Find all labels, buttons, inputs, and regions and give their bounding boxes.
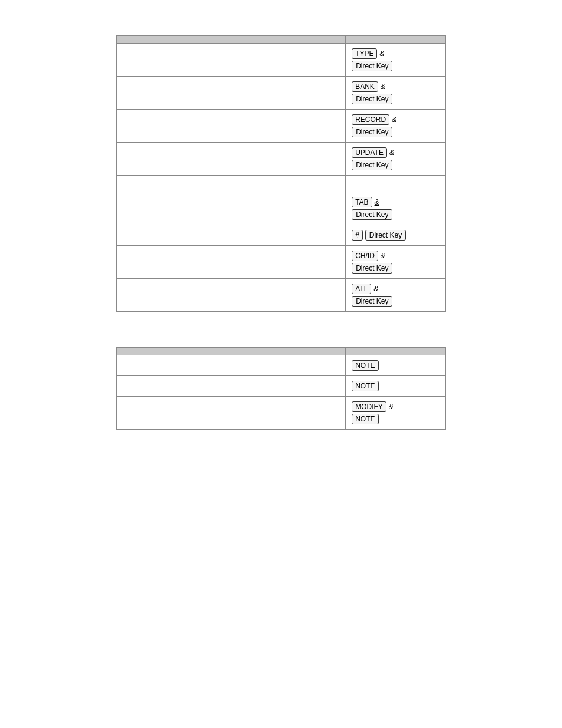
page-content: TYPE & Direct Key: [12, 12, 550, 489]
table2-row2-keys: NOTE: [346, 376, 446, 397]
table-row: MODIFY & NOTE: [117, 397, 446, 430]
key-row: NOTE: [352, 360, 439, 371]
table1-row2-desc: [117, 77, 346, 110]
direct-key-btn[interactable]: Direct Key: [352, 296, 392, 307]
note-key[interactable]: NOTE: [352, 360, 378, 371]
table1-row8-desc: [117, 246, 346, 279]
table1-row7-keys: # Direct Key: [346, 225, 446, 246]
table2-col2-header: [346, 348, 446, 355]
empty-cell: [346, 176, 446, 192]
table-row: # Direct Key: [117, 225, 446, 246]
table-row: TYPE & Direct Key: [117, 44, 446, 77]
table1-row1-keys: TYPE & Direct Key: [346, 44, 446, 77]
table2-row1-keys: NOTE: [346, 355, 446, 376]
key-row: RECORD &: [352, 114, 439, 125]
table-row: CH/ID & Direct Key: [117, 246, 446, 279]
key-row: Direct Key: [352, 209, 439, 220]
table1-row8-keys: CH/ID & Direct Key: [346, 246, 446, 279]
note-key[interactable]: NOTE: [352, 381, 378, 391]
ampersand-symbol: &: [381, 83, 385, 91]
table1-col2-header: [346, 36, 446, 44]
direct-key-btn[interactable]: Direct Key: [352, 127, 392, 137]
hash-key[interactable]: #: [352, 230, 363, 241]
key-group: UPDATE & Direct Key: [352, 147, 439, 170]
bank-key[interactable]: BANK: [352, 81, 378, 92]
key-group: TAB & Direct Key: [352, 197, 439, 220]
key-group: BANK & Direct Key: [352, 81, 439, 104]
key-row: NOTE: [352, 414, 439, 424]
table1-row4-desc: [117, 143, 346, 176]
table2-col1-header: [117, 348, 346, 355]
empty-cell: [117, 176, 346, 192]
key-row: Direct Key: [352, 263, 439, 274]
table2-wrapper: NOTE NOTE: [47, 347, 515, 430]
direct-key-btn[interactable]: Direct Key: [352, 94, 392, 104]
ampersand-symbol: &: [379, 50, 384, 58]
key-group: CH/ID & Direct Key: [352, 251, 439, 274]
key-row: TYPE &: [352, 48, 439, 59]
table1-row7-desc: [117, 225, 346, 246]
direct-key-btn[interactable]: Direct Key: [352, 61, 392, 71]
table1: TYPE & Direct Key: [116, 35, 446, 312]
key-group: RECORD & Direct Key: [352, 114, 439, 137]
table-row: TAB & Direct Key: [117, 192, 446, 225]
ampersand-symbol: &: [389, 403, 394, 411]
table-row: UPDATE & Direct Key: [117, 143, 446, 176]
table2: NOTE NOTE: [116, 347, 446, 430]
ampersand-symbol: &: [389, 149, 394, 157]
direct-key-btn[interactable]: Direct Key: [352, 263, 392, 274]
ampersand-symbol: &: [373, 285, 378, 293]
table1-row2-keys: BANK & Direct Key: [346, 77, 446, 110]
key-group: ALL & Direct Key: [352, 284, 439, 307]
modify-key[interactable]: MODIFY: [352, 401, 386, 412]
record-key[interactable]: RECORD: [352, 114, 389, 125]
key-row: CH/ID &: [352, 251, 439, 261]
table2-row1-desc: [117, 355, 346, 376]
key-group: MODIFY & NOTE: [352, 401, 439, 424]
key-row: # Direct Key: [352, 230, 439, 241]
table1-row3-desc: [117, 110, 346, 143]
key-row: Direct Key: [352, 61, 439, 71]
direct-key-btn[interactable]: Direct Key: [352, 160, 392, 170]
key-row: ALL &: [352, 284, 439, 294]
table1-row4-keys: UPDATE & Direct Key: [346, 143, 446, 176]
table1-row1-desc: [117, 44, 346, 77]
key-row: Direct Key: [352, 160, 439, 170]
all-key[interactable]: ALL: [352, 284, 371, 294]
key-row: BANK &: [352, 81, 439, 92]
table1-row6-keys: TAB & Direct Key: [346, 192, 446, 225]
table1-row6-desc: [117, 192, 346, 225]
table1-wrapper: TYPE & Direct Key: [47, 35, 515, 312]
table1-row9-desc: [117, 279, 346, 312]
key-row: UPDATE &: [352, 147, 439, 158]
table-row: NOTE: [117, 376, 446, 397]
table1-row9-keys: ALL & Direct Key: [346, 279, 446, 312]
table1-row3-keys: RECORD & Direct Key: [346, 110, 446, 143]
table2-row3-keys: MODIFY & NOTE: [346, 397, 446, 430]
key-group: TYPE & Direct Key: [352, 48, 439, 71]
table2-row2-desc: [117, 376, 346, 397]
key-row: Direct Key: [352, 94, 439, 104]
direct-key-btn[interactable]: Direct Key: [365, 230, 406, 241]
key-row: TAB &: [352, 197, 439, 207]
tab-key[interactable]: TAB: [352, 197, 372, 207]
note-key[interactable]: NOTE: [352, 414, 378, 424]
key-row: Direct Key: [352, 296, 439, 307]
ampersand-symbol: &: [375, 198, 379, 206]
type-key[interactable]: TYPE: [352, 48, 377, 59]
chid-key[interactable]: CH/ID: [352, 251, 378, 261]
table-row: NOTE: [117, 355, 446, 376]
direct-key-btn[interactable]: Direct Key: [352, 209, 392, 220]
ampersand-symbol: &: [381, 252, 385, 260]
table-row: ALL & Direct Key: [117, 279, 446, 312]
table-row-empty: [117, 176, 446, 192]
table2-row3-desc: [117, 397, 346, 430]
key-row: Direct Key: [352, 127, 439, 137]
table-row: BANK & Direct Key: [117, 77, 446, 110]
update-key[interactable]: UPDATE: [352, 147, 387, 158]
key-row: NOTE: [352, 381, 439, 391]
table1-col1-header: [117, 36, 346, 44]
ampersand-symbol: &: [392, 116, 396, 124]
table-row: RECORD & Direct Key: [117, 110, 446, 143]
key-row: MODIFY &: [352, 401, 439, 412]
